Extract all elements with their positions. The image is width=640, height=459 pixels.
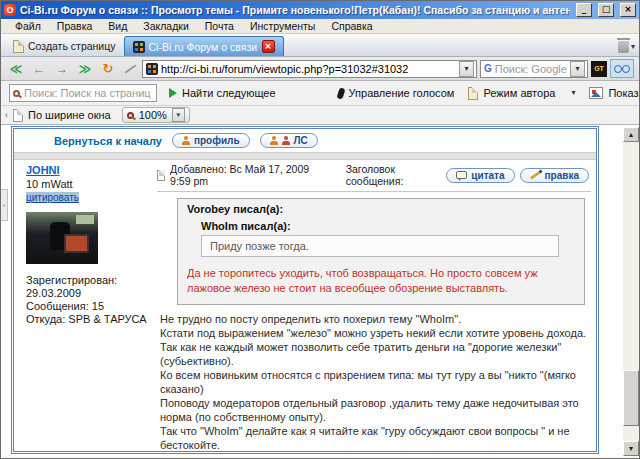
- fit-width-icon: [13, 109, 23, 122]
- author-mode-dropdown-icon[interactable]: ▾: [571, 89, 575, 97]
- trash-icon[interactable]: [618, 41, 629, 53]
- forum-post-table: Вернуться к началу профиль ЛС JOHNI 10 m…: [11, 126, 599, 454]
- username-link[interactable]: JOHNI: [26, 164, 60, 176]
- user-info: Зарегистрирован: 29.03.2009 Сообщения: 1…: [26, 274, 152, 326]
- post-column: Добавлено: Вс Май 17, 2009 9:59 pm Загол…: [152, 160, 596, 451]
- url-input[interactable]: [161, 63, 456, 75]
- gt-button[interactable]: GT: [591, 61, 607, 77]
- find-field[interactable]: [9, 84, 157, 102]
- post-header: Добавлено: Вс Май 17, 2009 9:59 pm Загол…: [157, 163, 591, 192]
- minimize-button[interactable]: _: [576, 3, 592, 17]
- menu-tools[interactable]: Инструменты: [242, 20, 323, 32]
- scroll-down-icon[interactable]: ▼: [623, 441, 639, 456]
- forward-button[interactable]: →: [52, 60, 72, 78]
- url-dropdown-icon[interactable]: ▾: [459, 61, 474, 77]
- row-separator: [14, 152, 596, 160]
- zoom-control[interactable]: 100% ▾: [122, 107, 190, 123]
- person-icon: [182, 136, 190, 145]
- active-tab[interactable]: Ci-Bi.ru Форум о связи :... ×: [124, 36, 284, 56]
- author-mode-label: Режим автора: [483, 87, 555, 99]
- post-body-line: Поповоду модераторов отдельный разговор …: [160, 396, 591, 410]
- quoted-block-outer: Vorobey писал(а): WhoIm писал(а): Приду …: [177, 198, 585, 305]
- inner-quote-header: WhoIm писал(а):: [201, 220, 575, 232]
- menu-view[interactable]: Вид: [100, 20, 135, 32]
- search-icon: [13, 90, 20, 97]
- post-icon: [157, 170, 165, 181]
- post-subject-label: Заголовок сообщения:: [346, 163, 442, 187]
- window-title: Ci-Bi.ru Форум о связи :: Просмотр темы …: [20, 4, 570, 16]
- addressbar: ≪ ← → ≫ ↻ ▾ G ▾ GT: [1, 57, 639, 81]
- post-footer-row: Вернуться к началу профиль ЛС: [14, 129, 596, 152]
- show-images-label: Показывать рисунки: [608, 87, 640, 99]
- url-favicon-icon: [146, 63, 158, 75]
- zoombar: ‹ По ширине окна 100% ▾: [1, 106, 639, 125]
- fit-width-label[interactable]: По ширине окна: [28, 109, 111, 121]
- closed-tabs-control[interactable]: ▾: [618, 41, 635, 56]
- web-search-input[interactable]: [495, 63, 567, 75]
- search-dropdown-icon[interactable]: ▾: [570, 61, 585, 77]
- author-column: JOHNI 10 mWatt цитировать Зарегистрирова…: [14, 160, 152, 451]
- back-to-top-link[interactable]: Вернуться к началу: [54, 135, 162, 147]
- voice-control-label: Управление голосом: [349, 87, 455, 99]
- close-button[interactable]: ×: [620, 3, 636, 17]
- active-tab-label: Ci-Bi.ru Форум о связи :...: [149, 41, 258, 53]
- new-page-tab[interactable]: Создать страницу: [5, 36, 124, 56]
- quote-post-button[interactable]: цитата: [446, 168, 514, 183]
- search-field[interactable]: G ▾: [480, 60, 588, 78]
- author-mode-button[interactable]: Режим автора: [468, 87, 555, 100]
- edit-post-button[interactable]: правка: [520, 168, 589, 183]
- quote-user-link[interactable]: цитировать: [26, 192, 79, 203]
- post-row: JOHNI 10 mWatt цитировать Зарегистрирова…: [14, 160, 596, 451]
- zoom-dropdown-icon[interactable]: ▾: [172, 108, 185, 122]
- voice-control-button[interactable]: Управление голосом: [338, 87, 455, 99]
- fastforward-button[interactable]: ≫: [75, 60, 95, 78]
- menubar: Файл Правка Вид Закладки Почта Инструмен…: [1, 19, 639, 34]
- edit-button-label: правка: [545, 170, 579, 181]
- outer-quote-header: Vorobey писал(а):: [187, 203, 575, 215]
- scroll-up-icon[interactable]: ▲: [623, 127, 639, 142]
- post-body-line: (субьективно).: [160, 354, 591, 368]
- user-avatar: [26, 212, 98, 264]
- find-next-button[interactable]: Найти следующее: [169, 87, 276, 99]
- find-input[interactable]: [24, 87, 153, 99]
- sidebar-toggle[interactable]: ‹: [1, 189, 8, 221]
- glasses-icon: [614, 65, 630, 73]
- post-body-line: норма (по собственному опыту).: [160, 410, 591, 424]
- opera-window: O Ci-Bi.ru Форум о связи :: Просмотр тем…: [0, 0, 640, 459]
- private-message-button[interactable]: ЛС: [260, 133, 318, 148]
- zoom-icon: [127, 112, 134, 119]
- profile-button[interactable]: профиль: [172, 133, 250, 148]
- zoom-value: 100%: [139, 109, 167, 121]
- reload-button[interactable]: ↻: [98, 60, 118, 78]
- view-mode-button[interactable]: [610, 59, 634, 78]
- tab-close-icon[interactable]: ×: [262, 40, 275, 53]
- menu-bookmarks[interactable]: Закладки: [135, 20, 196, 32]
- rewind-button[interactable]: ≪: [6, 60, 26, 78]
- maximize-button[interactable]: □: [598, 3, 614, 17]
- titlebar: O Ci-Bi.ru Форум о связи :: Просмотр тем…: [1, 1, 639, 19]
- menu-help[interactable]: Справка: [323, 20, 380, 32]
- profile-button-label: профиль: [194, 135, 240, 146]
- vertical-scrollbar[interactable]: ▲ ▼: [623, 127, 639, 456]
- outer-quote-text: Да не торопитесь уходить, чтоб возвращат…: [187, 266, 575, 296]
- panel-arrow-icon[interactable]: ‹: [5, 110, 8, 120]
- site-favicon-icon: [133, 41, 145, 53]
- pencil-icon[interactable]: [123, 60, 137, 78]
- url-field[interactable]: ▾: [142, 60, 477, 78]
- person-icon: [270, 136, 278, 145]
- posts-count: Сообщения: 15: [26, 300, 152, 313]
- image-icon: [589, 87, 603, 99]
- menu-edit[interactable]: Правка: [49, 20, 100, 32]
- menu-mail[interactable]: Почта: [197, 20, 242, 32]
- tabbar: Создать страницу Ci-Bi.ru Форум о связи …: [1, 34, 639, 57]
- menu-file[interactable]: Файл: [7, 20, 49, 32]
- back-button[interactable]: ←: [29, 60, 49, 78]
- trash-dropdown-icon[interactable]: ▾: [631, 43, 635, 51]
- show-images-button[interactable]: Показывать рисунки: [589, 87, 640, 99]
- microphone-icon: [336, 87, 345, 99]
- author-mode-icon: [468, 87, 478, 100]
- post-body: Не трудно по посту определить кто похери…: [160, 312, 591, 454]
- scrollbar-thumb[interactable]: [623, 370, 639, 426]
- post-body-line: Ко всем новиньким относятся с призрением…: [160, 368, 591, 382]
- registered-date: 29.03.2009: [26, 287, 152, 300]
